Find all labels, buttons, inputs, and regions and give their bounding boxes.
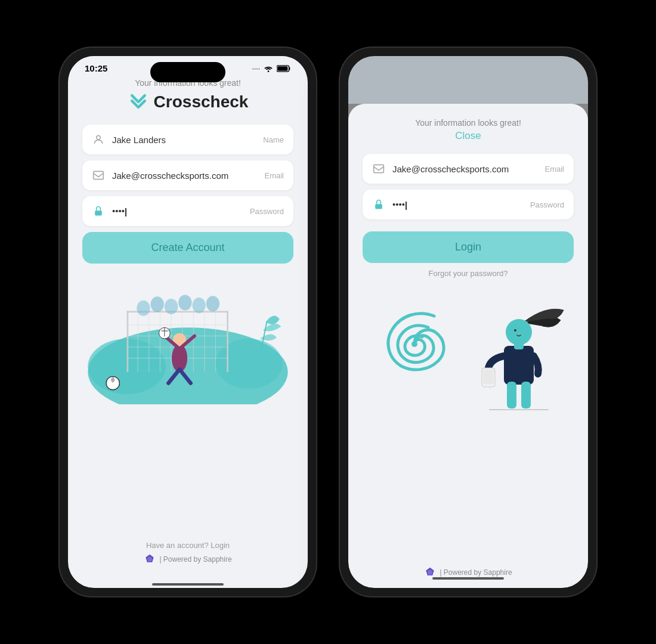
password-label-2: Password: [530, 200, 564, 209]
svg-point-45: [506, 319, 532, 345]
bg-peek: [348, 56, 588, 104]
login-illustration: [363, 287, 574, 566]
home-indicator-2: [432, 577, 504, 580]
password-label-1: Password: [250, 207, 284, 216]
password-field-2[interactable]: •••• Password: [363, 190, 574, 219]
soccer-illustration: [82, 273, 293, 536]
password-field-1[interactable]: •••• Password: [82, 196, 293, 226]
app-logo: Crosscheck: [82, 91, 293, 113]
modal-close-button[interactable]: Close: [363, 130, 574, 142]
email-label-1: Email: [264, 171, 284, 180]
login-button[interactable]: Login: [363, 231, 574, 263]
phone-2: Your information looks great! Close Jake…: [340, 48, 596, 596]
svg-point-0: [268, 70, 270, 72]
phone-1-screen: 10:25 ···· Your information looks great!: [68, 56, 308, 588]
crosscheck-logo-icon: [128, 91, 149, 113]
svg-rect-50: [483, 370, 494, 384]
create-account-button[interactable]: Create Account: [82, 232, 293, 264]
svg-point-29: [206, 296, 219, 311]
bottom-links-1: Have an account? Login | Powered by Sapp…: [82, 536, 293, 568]
powered-by-text-1: | Powered by Sapphire: [159, 555, 231, 564]
name-field[interactable]: Jake Landers Name: [82, 125, 293, 154]
powered-by-1: | Powered by Sapphire: [82, 553, 293, 565]
dynamic-island: [150, 62, 225, 82]
sapphire-logo-1: [144, 553, 156, 565]
status-icons: ····: [252, 64, 291, 73]
modal-header: Your information looks great! Close: [363, 118, 574, 142]
signal-icon: ····: [252, 64, 260, 73]
svg-rect-43: [375, 204, 382, 209]
email-field-2[interactable]: Jake@crosschecksports.com Email: [363, 154, 574, 184]
soccer-scene-svg: [82, 273, 293, 404]
svg-rect-5: [95, 210, 102, 215]
have-account-text[interactable]: Have an account? Login: [82, 541, 293, 550]
svg-rect-51: [507, 382, 516, 408]
status-time: 10:25: [85, 63, 107, 73]
svg-rect-10: [227, 311, 228, 371]
email-value-2: Jake@crosschecksports.com: [392, 164, 537, 174]
email-label-2: Email: [544, 165, 564, 174]
lock-icon-1: [92, 205, 105, 218]
svg-point-44: [411, 341, 417, 347]
svg-rect-4: [94, 171, 104, 179]
app-content-1: Your information looks great! Crosscheck: [68, 76, 308, 580]
svg-rect-48: [514, 342, 524, 349]
svg-rect-47: [504, 346, 534, 385]
svg-rect-52: [521, 382, 531, 408]
password-value-1: ••••: [112, 206, 243, 216]
svg-point-27: [178, 295, 191, 310]
forgot-password-text[interactable]: Forgot your password?: [363, 269, 574, 278]
svg-point-3: [97, 135, 101, 140]
svg-rect-42: [374, 165, 384, 172]
svg-rect-9: [127, 311, 129, 371]
cursor-2: [406, 202, 407, 210]
phone-1: 10:25 ···· Your information looks great!: [60, 48, 316, 596]
fingerprint-svg: [370, 299, 459, 389]
name-label: Name: [263, 135, 284, 144]
email-value-1: Jake@crosschecksports.com: [112, 171, 257, 181]
person-icon: [92, 133, 105, 146]
email-icon-1: [92, 169, 105, 182]
email-icon-2: [372, 162, 385, 175]
svg-point-26: [165, 299, 178, 314]
cursor-1: [125, 208, 126, 216]
battery-icon: [277, 65, 291, 72]
lock-icon-2: [372, 198, 385, 211]
character-svg: [471, 299, 567, 419]
svg-rect-2: [277, 66, 287, 71]
modal-overlay: Your information looks great! Close Jake…: [348, 104, 588, 588]
email-field-1[interactable]: Jake@crosschecksports.com Email: [82, 160, 293, 190]
wifi-icon: [264, 65, 273, 72]
sapphire-logo-2: [424, 566, 436, 578]
name-value: Jake Landers: [112, 135, 256, 145]
svg-point-46: [514, 329, 516, 332]
powered-by-text-2: | Powered by Sapphire: [440, 568, 512, 577]
svg-point-8: [216, 339, 283, 389]
svg-point-24: [137, 301, 150, 316]
svg-point-28: [192, 298, 205, 313]
phone-2-screen: Your information looks great! Close Jake…: [348, 56, 588, 588]
app-title: Crosscheck: [154, 92, 249, 112]
svg-point-25: [151, 296, 164, 312]
modal-subtitle: Your information looks great!: [363, 118, 574, 128]
password-value-2: ••••: [392, 199, 523, 209]
home-indicator-1: [152, 583, 224, 586]
